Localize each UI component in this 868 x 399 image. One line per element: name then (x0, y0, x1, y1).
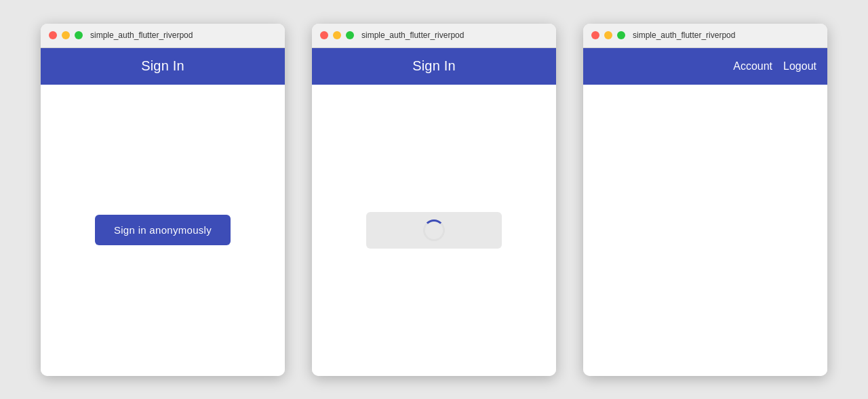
account-action[interactable]: Account (733, 60, 772, 72)
maximize-icon[interactable] (346, 31, 354, 39)
maximize-icon[interactable] (617, 31, 625, 39)
title-bar-1: simple_auth_flutter_riverpod (41, 24, 285, 48)
sign-in-anonymous-button[interactable]: Sign in anonymously (95, 215, 231, 245)
content-2 (312, 85, 556, 376)
window-1: simple_auth_flutter_riverpod Sign In Sig… (41, 24, 285, 376)
minimize-icon[interactable] (333, 31, 341, 39)
logout-action[interactable]: Logout (783, 60, 816, 72)
close-icon[interactable] (49, 31, 57, 39)
loading-container (366, 212, 502, 249)
app-bar-title-1: Sign In (141, 58, 184, 74)
close-icon[interactable] (591, 31, 599, 39)
app-bar-2: Sign In (312, 48, 556, 85)
app-bar-title-2: Sign In (412, 58, 456, 74)
app-bar-3: Account Logout (583, 48, 827, 85)
loading-spinner (423, 219, 445, 241)
content-1: Sign in anonymously (41, 85, 285, 376)
app-bar-actions: Account Logout (594, 60, 816, 72)
title-bar-2: simple_auth_flutter_riverpod (312, 24, 556, 48)
minimize-icon[interactable] (62, 31, 70, 39)
app-bar-1: Sign In (41, 48, 285, 85)
title-bar-3: simple_auth_flutter_riverpod (583, 24, 827, 48)
maximize-icon[interactable] (75, 31, 83, 39)
close-icon[interactable] (320, 31, 328, 39)
window-2: simple_auth_flutter_riverpod Sign In (312, 24, 556, 376)
content-3 (583, 85, 827, 376)
minimize-icon[interactable] (604, 31, 612, 39)
window-title-2: simple_auth_flutter_riverpod (361, 30, 464, 40)
window-title-1: simple_auth_flutter_riverpod (90, 30, 193, 40)
window-title-3: simple_auth_flutter_riverpod (633, 30, 735, 40)
window-3: simple_auth_flutter_riverpod Account Log… (583, 24, 827, 376)
